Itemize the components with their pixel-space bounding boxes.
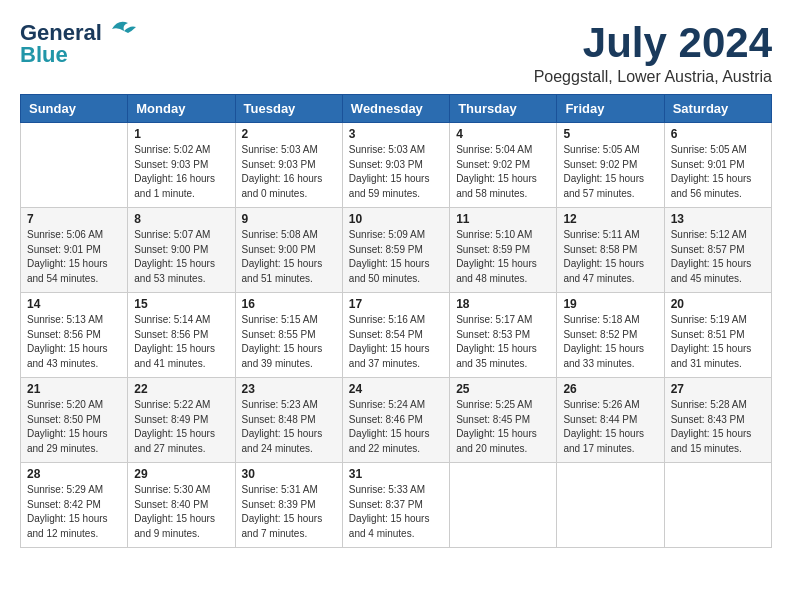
calendar-cell: 4Sunrise: 5:04 AM Sunset: 9:02 PM Daylig… bbox=[450, 123, 557, 208]
cell-content: Sunrise: 5:22 AM Sunset: 8:49 PM Dayligh… bbox=[134, 398, 228, 456]
calendar-cell: 11Sunrise: 5:10 AM Sunset: 8:59 PM Dayli… bbox=[450, 208, 557, 293]
day-number: 29 bbox=[134, 467, 228, 481]
cell-content: Sunrise: 5:26 AM Sunset: 8:44 PM Dayligh… bbox=[563, 398, 657, 456]
cell-content: Sunrise: 5:33 AM Sunset: 8:37 PM Dayligh… bbox=[349, 483, 443, 541]
day-number: 10 bbox=[349, 212, 443, 226]
day-number: 25 bbox=[456, 382, 550, 396]
calendar-cell: 18Sunrise: 5:17 AM Sunset: 8:53 PM Dayli… bbox=[450, 293, 557, 378]
calendar-cell: 8Sunrise: 5:07 AM Sunset: 9:00 PM Daylig… bbox=[128, 208, 235, 293]
calendar-cell: 15Sunrise: 5:14 AM Sunset: 8:56 PM Dayli… bbox=[128, 293, 235, 378]
calendar-cell: 29Sunrise: 5:30 AM Sunset: 8:40 PM Dayli… bbox=[128, 463, 235, 548]
weekday-header-saturday: Saturday bbox=[664, 95, 771, 123]
day-number: 31 bbox=[349, 467, 443, 481]
day-number: 8 bbox=[134, 212, 228, 226]
day-number: 14 bbox=[27, 297, 121, 311]
day-number: 3 bbox=[349, 127, 443, 141]
calendar-cell: 31Sunrise: 5:33 AM Sunset: 8:37 PM Dayli… bbox=[342, 463, 449, 548]
cell-content: Sunrise: 5:24 AM Sunset: 8:46 PM Dayligh… bbox=[349, 398, 443, 456]
calendar-cell: 23Sunrise: 5:23 AM Sunset: 8:48 PM Dayli… bbox=[235, 378, 342, 463]
week-row-2: 7Sunrise: 5:06 AM Sunset: 9:01 PM Daylig… bbox=[21, 208, 772, 293]
day-number: 16 bbox=[242, 297, 336, 311]
calendar-cell: 10Sunrise: 5:09 AM Sunset: 8:59 PM Dayli… bbox=[342, 208, 449, 293]
calendar-cell: 3Sunrise: 5:03 AM Sunset: 9:03 PM Daylig… bbox=[342, 123, 449, 208]
logo-bird-icon bbox=[104, 19, 136, 39]
cell-content: Sunrise: 5:06 AM Sunset: 9:01 PM Dayligh… bbox=[27, 228, 121, 286]
calendar-cell: 26Sunrise: 5:26 AM Sunset: 8:44 PM Dayli… bbox=[557, 378, 664, 463]
calendar-cell: 20Sunrise: 5:19 AM Sunset: 8:51 PM Dayli… bbox=[664, 293, 771, 378]
day-number: 13 bbox=[671, 212, 765, 226]
day-number: 26 bbox=[563, 382, 657, 396]
cell-content: Sunrise: 5:16 AM Sunset: 8:54 PM Dayligh… bbox=[349, 313, 443, 371]
cell-content: Sunrise: 5:08 AM Sunset: 9:00 PM Dayligh… bbox=[242, 228, 336, 286]
cell-content: Sunrise: 5:03 AM Sunset: 9:03 PM Dayligh… bbox=[242, 143, 336, 201]
cell-content: Sunrise: 5:07 AM Sunset: 9:00 PM Dayligh… bbox=[134, 228, 228, 286]
weekday-header-thursday: Thursday bbox=[450, 95, 557, 123]
cell-content: Sunrise: 5:23 AM Sunset: 8:48 PM Dayligh… bbox=[242, 398, 336, 456]
cell-content: Sunrise: 5:17 AM Sunset: 8:53 PM Dayligh… bbox=[456, 313, 550, 371]
day-number: 5 bbox=[563, 127, 657, 141]
calendar-cell: 25Sunrise: 5:25 AM Sunset: 8:45 PM Dayli… bbox=[450, 378, 557, 463]
calendar-cell: 13Sunrise: 5:12 AM Sunset: 8:57 PM Dayli… bbox=[664, 208, 771, 293]
cell-content: Sunrise: 5:04 AM Sunset: 9:02 PM Dayligh… bbox=[456, 143, 550, 201]
calendar-cell: 27Sunrise: 5:28 AM Sunset: 8:43 PM Dayli… bbox=[664, 378, 771, 463]
calendar-cell: 5Sunrise: 5:05 AM Sunset: 9:02 PM Daylig… bbox=[557, 123, 664, 208]
calendar-table: SundayMondayTuesdayWednesdayThursdayFrid… bbox=[20, 94, 772, 548]
weekday-header-row: SundayMondayTuesdayWednesdayThursdayFrid… bbox=[21, 95, 772, 123]
day-number: 17 bbox=[349, 297, 443, 311]
calendar-cell: 22Sunrise: 5:22 AM Sunset: 8:49 PM Dayli… bbox=[128, 378, 235, 463]
weekday-header-sunday: Sunday bbox=[21, 95, 128, 123]
cell-content: Sunrise: 5:11 AM Sunset: 8:58 PM Dayligh… bbox=[563, 228, 657, 286]
calendar-cell: 14Sunrise: 5:13 AM Sunset: 8:56 PM Dayli… bbox=[21, 293, 128, 378]
day-number: 20 bbox=[671, 297, 765, 311]
week-row-4: 21Sunrise: 5:20 AM Sunset: 8:50 PM Dayli… bbox=[21, 378, 772, 463]
cell-content: Sunrise: 5:28 AM Sunset: 8:43 PM Dayligh… bbox=[671, 398, 765, 456]
calendar-cell: 30Sunrise: 5:31 AM Sunset: 8:39 PM Dayli… bbox=[235, 463, 342, 548]
day-number: 7 bbox=[27, 212, 121, 226]
cell-content: Sunrise: 5:29 AM Sunset: 8:42 PM Dayligh… bbox=[27, 483, 121, 541]
day-number: 1 bbox=[134, 127, 228, 141]
cell-content: Sunrise: 5:25 AM Sunset: 8:45 PM Dayligh… bbox=[456, 398, 550, 456]
weekday-header-wednesday: Wednesday bbox=[342, 95, 449, 123]
calendar-cell: 1Sunrise: 5:02 AM Sunset: 9:03 PM Daylig… bbox=[128, 123, 235, 208]
calendar-cell bbox=[664, 463, 771, 548]
week-row-5: 28Sunrise: 5:29 AM Sunset: 8:42 PM Dayli… bbox=[21, 463, 772, 548]
day-number: 15 bbox=[134, 297, 228, 311]
day-number: 27 bbox=[671, 382, 765, 396]
calendar-cell: 2Sunrise: 5:03 AM Sunset: 9:03 PM Daylig… bbox=[235, 123, 342, 208]
cell-content: Sunrise: 5:14 AM Sunset: 8:56 PM Dayligh… bbox=[134, 313, 228, 371]
cell-content: Sunrise: 5:03 AM Sunset: 9:03 PM Dayligh… bbox=[349, 143, 443, 201]
calendar-cell: 28Sunrise: 5:29 AM Sunset: 8:42 PM Dayli… bbox=[21, 463, 128, 548]
location-title: Poeggstall, Lower Austria, Austria bbox=[534, 68, 772, 86]
day-number: 21 bbox=[27, 382, 121, 396]
day-number: 12 bbox=[563, 212, 657, 226]
calendar-cell: 12Sunrise: 5:11 AM Sunset: 8:58 PM Dayli… bbox=[557, 208, 664, 293]
calendar-cell: 21Sunrise: 5:20 AM Sunset: 8:50 PM Dayli… bbox=[21, 378, 128, 463]
calendar-cell: 7Sunrise: 5:06 AM Sunset: 9:01 PM Daylig… bbox=[21, 208, 128, 293]
cell-content: Sunrise: 5:05 AM Sunset: 9:01 PM Dayligh… bbox=[671, 143, 765, 201]
calendar-cell: 9Sunrise: 5:08 AM Sunset: 9:00 PM Daylig… bbox=[235, 208, 342, 293]
day-number: 11 bbox=[456, 212, 550, 226]
day-number: 28 bbox=[27, 467, 121, 481]
calendar-cell bbox=[557, 463, 664, 548]
calendar-cell bbox=[21, 123, 128, 208]
calendar-cell: 17Sunrise: 5:16 AM Sunset: 8:54 PM Dayli… bbox=[342, 293, 449, 378]
day-number: 30 bbox=[242, 467, 336, 481]
day-number: 4 bbox=[456, 127, 550, 141]
calendar-cell: 6Sunrise: 5:05 AM Sunset: 9:01 PM Daylig… bbox=[664, 123, 771, 208]
week-row-3: 14Sunrise: 5:13 AM Sunset: 8:56 PM Dayli… bbox=[21, 293, 772, 378]
cell-content: Sunrise: 5:18 AM Sunset: 8:52 PM Dayligh… bbox=[563, 313, 657, 371]
day-number: 2 bbox=[242, 127, 336, 141]
calendar-cell: 16Sunrise: 5:15 AM Sunset: 8:55 PM Dayli… bbox=[235, 293, 342, 378]
page: General Blue July 2024 Poeggstall, Lower… bbox=[0, 0, 792, 568]
cell-content: Sunrise: 5:13 AM Sunset: 8:56 PM Dayligh… bbox=[27, 313, 121, 371]
header: General Blue July 2024 Poeggstall, Lower… bbox=[20, 20, 772, 86]
day-number: 9 bbox=[242, 212, 336, 226]
logo: General Blue bbox=[20, 20, 136, 68]
cell-content: Sunrise: 5:05 AM Sunset: 9:02 PM Dayligh… bbox=[563, 143, 657, 201]
month-title: July 2024 bbox=[534, 20, 772, 66]
day-number: 18 bbox=[456, 297, 550, 311]
cell-content: Sunrise: 5:12 AM Sunset: 8:57 PM Dayligh… bbox=[671, 228, 765, 286]
week-row-1: 1Sunrise: 5:02 AM Sunset: 9:03 PM Daylig… bbox=[21, 123, 772, 208]
calendar-cell bbox=[450, 463, 557, 548]
cell-content: Sunrise: 5:09 AM Sunset: 8:59 PM Dayligh… bbox=[349, 228, 443, 286]
